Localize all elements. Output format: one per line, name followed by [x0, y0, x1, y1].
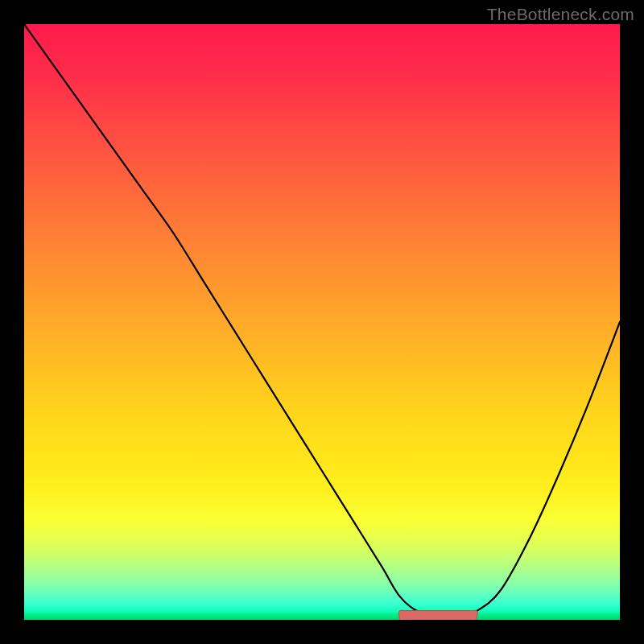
optimal-marker	[398, 610, 477, 620]
watermark-text: TheBottleneck.com	[487, 5, 634, 24]
bottleneck-curve	[24, 24, 620, 617]
plot-area	[24, 24, 620, 620]
curve-svg	[24, 24, 620, 620]
chart-frame: TheBottleneck.com	[0, 0, 644, 644]
